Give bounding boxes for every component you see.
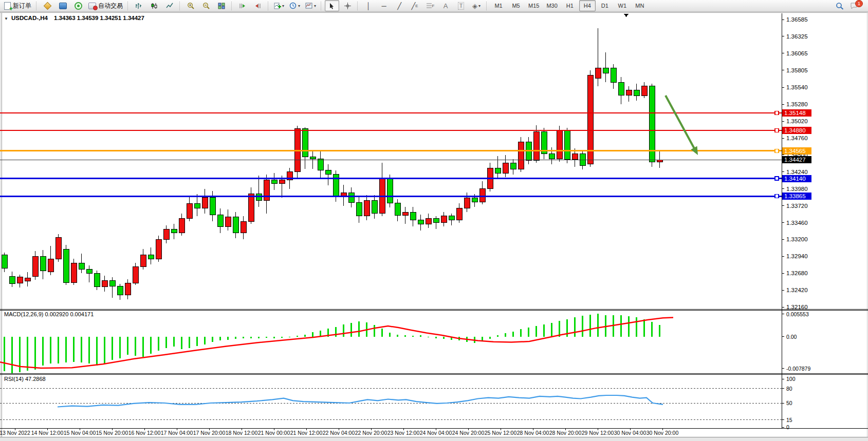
text-button[interactable]: A	[438, 0, 453, 11]
svg-text:1.34760: 1.34760	[786, 135, 808, 141]
svg-text:1.34240: 1.34240	[786, 169, 808, 175]
toolbar-separator	[127, 2, 129, 10]
svg-text:18 Nov 12:00: 18 Nov 12:00	[226, 430, 258, 436]
auto-scroll-icon	[239, 3, 246, 9]
market-watch-button[interactable]	[56, 0, 70, 11]
gold-icon	[43, 2, 51, 10]
new-order-label: 新订单	[13, 2, 31, 10]
search-button[interactable]	[833, 0, 847, 11]
text-label-button[interactable]: T	[454, 0, 468, 11]
svg-text:1.34565: 1.34565	[784, 148, 806, 154]
svg-text:1.34880: 1.34880	[784, 127, 806, 133]
svg-text:15: 15	[786, 417, 792, 423]
vertical-line-button[interactable]: │	[361, 0, 376, 11]
toolbar-separator	[36, 2, 38, 10]
svg-text:0.00: 0.00	[786, 334, 797, 340]
templates-button[interactable]: ▾	[303, 0, 318, 11]
new-order-icon	[4, 2, 11, 10]
tab-timeframe-h1[interactable]: H1	[562, 0, 578, 11]
tab-timeframe-m5[interactable]: M5	[508, 0, 524, 11]
cursor-icon	[329, 3, 335, 9]
svg-text:1.32420: 1.32420	[786, 287, 808, 293]
svg-text:-0.007879: -0.007879	[786, 366, 810, 372]
svg-text:16 Nov 12:00: 16 Nov 12:00	[128, 430, 161, 436]
svg-text:21 Nov 12:00: 21 Nov 12:00	[290, 430, 323, 436]
svg-text:15 Nov 04:00: 15 Nov 04:00	[64, 430, 96, 436]
chat-button[interactable]: 1	[848, 0, 867, 11]
svg-text:1.33865: 1.33865	[784, 193, 806, 199]
arrows-button[interactable]: ◈ ▾	[469, 0, 484, 11]
tab-timeframe-h4[interactable]: H4	[579, 0, 596, 11]
price-badge: 1.34140	[782, 175, 811, 182]
trendline-button[interactable]: ╱	[392, 0, 407, 11]
candlestick-chart-button[interactable]	[147, 0, 161, 11]
chevron-down-icon: ▾	[282, 4, 284, 8]
line-chart-button[interactable]	[162, 0, 177, 11]
fibonacci-button[interactable]: F	[423, 0, 437, 11]
candlestick-chart-icon	[151, 3, 158, 9]
svg-text:USDCAD-,H4: USDCAD-,H4	[11, 15, 48, 21]
crosshair-button[interactable]	[340, 0, 355, 11]
text-label-icon: T	[458, 2, 465, 10]
text-icon: A	[444, 3, 448, 9]
horizontal-line-icon: ─	[381, 3, 386, 9]
svg-text:17 Nov 20:00: 17 Nov 20:00	[193, 430, 226, 436]
tab-timeframe-m30[interactable]: M30	[543, 0, 560, 11]
new-order-button[interactable]: 新订单	[2, 0, 33, 11]
tile-windows-icon	[218, 3, 225, 9]
svg-text:15 Nov 20:00: 15 Nov 20:00	[96, 430, 128, 436]
zoom-in-icon	[187, 2, 195, 9]
autotrade-icon	[88, 3, 96, 9]
bar-chart-button[interactable]	[132, 0, 146, 11]
svg-text:28 Nov 04:00: 28 Nov 04:00	[517, 430, 549, 436]
svg-text:22 Nov 04:00: 22 Nov 04:00	[323, 430, 355, 436]
chart-shift-icon	[254, 3, 262, 9]
svg-text:1.36325: 1.36325	[786, 33, 808, 40]
auto-scroll-button[interactable]	[235, 0, 250, 11]
tab-timeframe-m1[interactable]: M1	[490, 0, 507, 11]
svg-text:0.005553: 0.005553	[786, 311, 809, 317]
svg-text:25 Nov 12:00: 25 Nov 12:00	[485, 430, 517, 436]
price-badge: 1.34565	[782, 147, 811, 155]
autotrade-button[interactable]: 自动交易	[86, 0, 125, 11]
svg-text:MACD(12,26,9) 0.002920 0.00417: MACD(12,26,9) 0.002920 0.004171	[4, 311, 94, 317]
tab-timeframe-w1[interactable]: W1	[614, 0, 631, 11]
tab-timeframe-mn[interactable]: MN	[632, 0, 648, 11]
svg-text:1.36585: 1.36585	[786, 16, 808, 23]
svg-text:1.32680: 1.32680	[786, 270, 808, 276]
svg-text:30 Nov 20:00: 30 Nov 20:00	[647, 430, 679, 436]
tile-windows-button[interactable]	[214, 0, 229, 11]
svg-text:1.33460: 1.33460	[786, 220, 808, 226]
svg-text:1.34363 1.34539 1.34251 1.3442: 1.34363 1.34539 1.34251 1.34427	[54, 15, 144, 21]
chart-canvas[interactable]: 1.365851.363251.360651.358051.355401.352…	[0, 0, 868, 441]
svg-text:28 Nov 20:00: 28 Nov 20:00	[549, 430, 582, 436]
svg-text:23 Nov 12:00: 23 Nov 12:00	[387, 430, 420, 436]
fibonacci-icon	[426, 3, 432, 9]
periods-button[interactable]: ▾	[287, 0, 302, 11]
svg-text:1.34427: 1.34427	[784, 157, 806, 163]
svg-text:0: 0	[786, 424, 789, 430]
gold-button[interactable]	[40, 0, 54, 11]
svg-text:1.33200: 1.33200	[786, 236, 808, 242]
svg-text:21 Nov 00:00: 21 Nov 00:00	[258, 430, 290, 436]
zoom-out-icon	[202, 2, 210, 9]
horizontal-line-button[interactable]: ─	[377, 0, 391, 11]
toolbar-separator	[321, 2, 322, 10]
autotrade-label: 自动交易	[98, 2, 123, 10]
cursor-button[interactable]	[325, 0, 339, 11]
signals-button[interactable]	[71, 0, 85, 11]
svg-text:50: 50	[786, 400, 792, 406]
tab-timeframe-m15[interactable]: M15	[525, 0, 542, 11]
svg-text:RSI(14) 47.2868: RSI(14) 47.2868	[4, 376, 46, 382]
shapes-icon: ◈	[472, 3, 477, 9]
channel-button[interactable]: ╱ E	[408, 0, 422, 11]
chart-shift-button[interactable]	[251, 0, 265, 11]
price-badge: 1.35148	[782, 109, 811, 117]
tab-timeframe-d1[interactable]: D1	[597, 0, 613, 11]
indicators-button[interactable]: ▾	[272, 0, 286, 11]
svg-text:17 Nov 04:00: 17 Nov 04:00	[161, 430, 193, 436]
svg-text:1.32160: 1.32160	[786, 304, 808, 310]
zoom-out-button[interactable]	[199, 0, 213, 11]
svg-text:24 Nov 20:00: 24 Nov 20:00	[452, 430, 485, 436]
zoom-in-button[interactable]	[183, 0, 198, 11]
